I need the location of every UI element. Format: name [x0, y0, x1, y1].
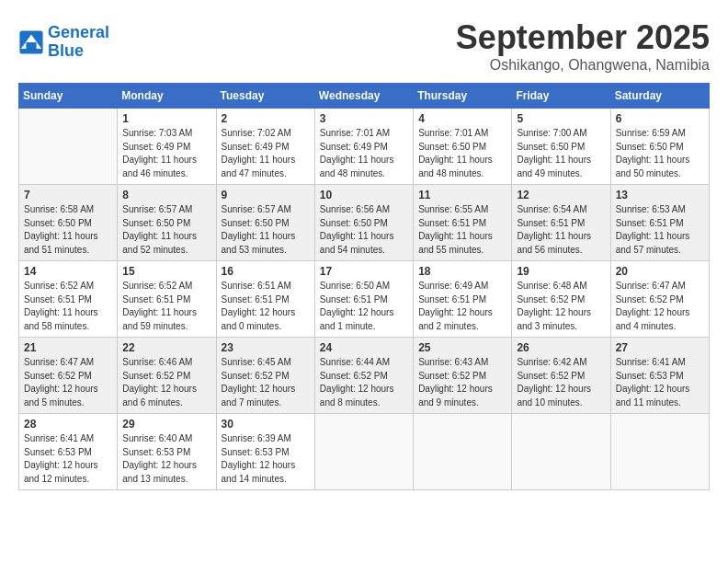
calendar-cell: 10Sunrise: 6:56 AMSunset: 6:50 PMDayligh… — [314, 185, 413, 261]
day-info: Sunrise: 6:41 AMSunset: 6:53 PMDaylight:… — [24, 432, 112, 486]
calendar-cell: 27Sunrise: 6:41 AMSunset: 6:53 PMDayligh… — [610, 338, 709, 414]
calendar-cell: 30Sunrise: 6:39 AMSunset: 6:53 PMDayligh… — [216, 414, 314, 490]
day-info: Sunrise: 6:59 AMSunset: 6:50 PMDaylight:… — [616, 127, 704, 180]
calendar-cell: 22Sunrise: 6:46 AMSunset: 6:52 PMDayligh… — [118, 338, 216, 414]
day-info: Sunrise: 6:50 AMSunset: 6:51 PMDaylight:… — [320, 280, 408, 333]
calendar-cell: 17Sunrise: 6:50 AMSunset: 6:51 PMDayligh… — [314, 261, 413, 338]
day-info: Sunrise: 6:52 AMSunset: 6:51 PMDaylight:… — [24, 280, 112, 333]
calendar-cell: 1Sunrise: 7:03 AMSunset: 6:49 PMDaylight… — [118, 109, 216, 185]
day-number: 14 — [24, 265, 112, 278]
calendar-cell — [19, 109, 118, 185]
day-info: Sunrise: 6:55 AMSunset: 6:51 PMDaylight:… — [418, 203, 506, 257]
calendar-cell: 12Sunrise: 6:54 AMSunset: 6:51 PMDayligh… — [512, 185, 610, 261]
day-info: Sunrise: 6:45 AMSunset: 6:52 PMDaylight:… — [222, 356, 310, 409]
day-info: Sunrise: 6:42 AMSunset: 6:52 PMDaylight:… — [517, 356, 605, 409]
weekday-header-tuesday: Tuesday — [216, 84, 314, 109]
title-area: September 2025 Oshikango, Ohangwena, Nam… — [456, 18, 710, 74]
day-info: Sunrise: 6:39 AMSunset: 6:53 PMDaylight:… — [222, 432, 310, 486]
calendar-cell: 21Sunrise: 6:47 AMSunset: 6:52 PMDayligh… — [19, 338, 118, 414]
weekday-header-friday: Friday — [512, 84, 610, 109]
calendar-cell — [512, 414, 610, 490]
calendar-cell: 25Sunrise: 6:43 AMSunset: 6:52 PMDayligh… — [414, 338, 512, 414]
weekday-header-row: SundayMondayTuesdayWednesdayThursdayFrid… — [19, 84, 710, 109]
day-number: 26 — [517, 341, 605, 354]
month-title: September 2025 — [456, 18, 710, 57]
calendar-week-4: 21Sunrise: 6:47 AMSunset: 6:52 PMDayligh… — [19, 338, 710, 414]
svg-rect-2 — [26, 42, 36, 50]
day-number: 8 — [122, 189, 210, 201]
day-number: 13 — [616, 189, 704, 201]
day-number: 4 — [418, 112, 506, 125]
day-number: 21 — [24, 341, 112, 354]
weekday-header-saturday: Saturday — [610, 84, 709, 109]
day-number: 11 — [418, 189, 506, 201]
day-number: 29 — [122, 418, 210, 431]
day-info: Sunrise: 6:46 AMSunset: 6:52 PMDaylight:… — [122, 356, 210, 409]
day-number: 25 — [418, 341, 506, 354]
calendar-cell: 18Sunrise: 6:49 AMSunset: 6:51 PMDayligh… — [414, 261, 512, 338]
calendar-week-3: 14Sunrise: 6:52 AMSunset: 6:51 PMDayligh… — [19, 261, 710, 338]
calendar-cell: 14Sunrise: 6:52 AMSunset: 6:51 PMDayligh… — [19, 261, 118, 338]
day-info: Sunrise: 6:40 AMSunset: 6:53 PMDaylight:… — [122, 432, 210, 486]
day-number: 18 — [418, 265, 506, 278]
logo-line1: General — [48, 23, 109, 41]
day-info: Sunrise: 6:52 AMSunset: 6:51 PMDaylight:… — [122, 280, 210, 333]
day-info: Sunrise: 6:58 AMSunset: 6:50 PMDaylight:… — [24, 203, 112, 257]
logo-icon — [18, 29, 44, 55]
day-number: 19 — [517, 265, 605, 278]
calendar-cell: 9Sunrise: 6:57 AMSunset: 6:50 PMDaylight… — [216, 185, 314, 261]
calendar-cell: 24Sunrise: 6:44 AMSunset: 6:52 PMDayligh… — [314, 338, 413, 414]
logo: General Blue — [18, 24, 109, 61]
day-info: Sunrise: 7:01 AMSunset: 6:50 PMDaylight:… — [418, 127, 506, 180]
day-number: 15 — [122, 265, 210, 278]
calendar-cell: 6Sunrise: 6:59 AMSunset: 6:50 PMDaylight… — [610, 109, 709, 185]
day-info: Sunrise: 6:47 AMSunset: 6:52 PMDaylight:… — [24, 356, 112, 409]
day-number: 1 — [122, 112, 210, 125]
day-number: 3 — [320, 112, 408, 125]
day-info: Sunrise: 7:00 AMSunset: 6:50 PMDaylight:… — [517, 127, 605, 180]
calendar-week-1: 1Sunrise: 7:03 AMSunset: 6:49 PMDaylight… — [19, 109, 710, 185]
location-subtitle: Oshikango, Ohangwena, Namibia — [456, 57, 710, 74]
calendar-cell: 19Sunrise: 6:48 AMSunset: 6:52 PMDayligh… — [512, 261, 610, 338]
weekday-header-sunday: Sunday — [19, 84, 118, 109]
day-number: 7 — [24, 189, 112, 201]
weekday-header-wednesday: Wednesday — [314, 84, 413, 109]
day-number: 17 — [320, 265, 408, 278]
calendar-cell — [414, 414, 512, 490]
day-number: 6 — [616, 112, 704, 125]
day-info: Sunrise: 6:51 AMSunset: 6:51 PMDaylight:… — [222, 280, 310, 333]
day-number: 24 — [320, 341, 408, 354]
calendar-cell: 3Sunrise: 7:01 AMSunset: 6:49 PMDaylight… — [314, 109, 413, 185]
day-number: 28 — [24, 418, 112, 431]
calendar-week-5: 28Sunrise: 6:41 AMSunset: 6:53 PMDayligh… — [19, 414, 710, 490]
calendar-week-2: 7Sunrise: 6:58 AMSunset: 6:50 PMDaylight… — [19, 185, 710, 261]
day-number: 5 — [517, 112, 605, 125]
day-info: Sunrise: 6:57 AMSunset: 6:50 PMDaylight:… — [122, 203, 210, 257]
day-info: Sunrise: 6:53 AMSunset: 6:51 PMDaylight:… — [616, 203, 704, 257]
logo-text: General Blue — [48, 24, 109, 61]
calendar-cell: 26Sunrise: 6:42 AMSunset: 6:52 PMDayligh… — [512, 338, 610, 414]
calendar-cell: 29Sunrise: 6:40 AMSunset: 6:53 PMDayligh… — [118, 414, 216, 490]
day-info: Sunrise: 6:44 AMSunset: 6:52 PMDaylight:… — [320, 356, 408, 409]
calendar-cell: 15Sunrise: 6:52 AMSunset: 6:51 PMDayligh… — [118, 261, 216, 338]
day-number: 10 — [320, 189, 408, 201]
weekday-header-thursday: Thursday — [414, 84, 512, 109]
page-header: General Blue September 2025 Oshikango, O… — [18, 18, 710, 74]
calendar-cell: 23Sunrise: 6:45 AMSunset: 6:52 PMDayligh… — [216, 338, 314, 414]
day-info: Sunrise: 6:49 AMSunset: 6:51 PMDaylight:… — [418, 280, 506, 333]
calendar-cell: 20Sunrise: 6:47 AMSunset: 6:52 PMDayligh… — [610, 261, 709, 338]
day-number: 22 — [122, 341, 210, 354]
calendar-cell: 2Sunrise: 7:02 AMSunset: 6:49 PMDaylight… — [216, 109, 314, 185]
day-info: Sunrise: 7:03 AMSunset: 6:49 PMDaylight:… — [122, 127, 210, 180]
day-number: 30 — [222, 418, 310, 431]
day-number: 12 — [517, 189, 605, 201]
calendar-cell: 16Sunrise: 6:51 AMSunset: 6:51 PMDayligh… — [216, 261, 314, 338]
calendar-cell: 11Sunrise: 6:55 AMSunset: 6:51 PMDayligh… — [414, 185, 512, 261]
day-info: Sunrise: 7:01 AMSunset: 6:49 PMDaylight:… — [320, 127, 408, 180]
calendar-cell: 5Sunrise: 7:00 AMSunset: 6:50 PMDaylight… — [512, 109, 610, 185]
day-info: Sunrise: 7:02 AMSunset: 6:49 PMDaylight:… — [222, 127, 310, 180]
calendar-cell: 8Sunrise: 6:57 AMSunset: 6:50 PMDaylight… — [118, 185, 216, 261]
day-info: Sunrise: 6:43 AMSunset: 6:52 PMDaylight:… — [418, 356, 506, 409]
day-number: 2 — [222, 112, 310, 125]
day-number: 23 — [222, 341, 310, 354]
